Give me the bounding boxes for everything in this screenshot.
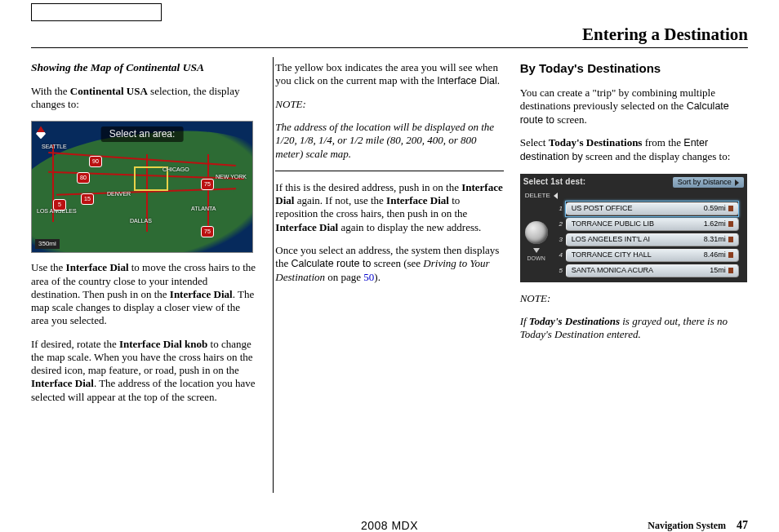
- dest-name: TORRANCE CITY HALL: [572, 250, 704, 259]
- footer-model: 2008 MDX: [361, 519, 418, 532]
- column-left: Showing the Map of Continental USA With …: [31, 61, 259, 414]
- ui-term: Interface Dial: [437, 75, 497, 86]
- dest-distance: 0.59mi: [704, 204, 726, 213]
- dest-name: LOS ANGELES INT'L AI: [572, 235, 704, 244]
- dest-name: US POST OFFICE: [572, 204, 704, 213]
- dest-distance: 8.31mi: [704, 235, 726, 244]
- header-empty-box: [31, 3, 162, 21]
- bold-term: Interface Dial: [386, 194, 449, 206]
- interstate-shield: 75: [201, 179, 214, 190]
- bold-term: Continental USA: [70, 85, 148, 97]
- bold-term: Interface Dial: [170, 288, 233, 300]
- city-label: CHICAGO: [162, 166, 189, 174]
- sort-label: Sort by Distance: [678, 178, 732, 187]
- destinations-figure: Select 1st dest: Sort by Distance DELETE…: [520, 174, 747, 282]
- bold-term: Interface Dial knob: [119, 338, 207, 350]
- delete-label: DELETE: [525, 192, 550, 200]
- text: on page: [325, 271, 363, 283]
- list-item[interactable]: 4 TORRANCE CITY HALL8.46mi: [556, 248, 739, 263]
- list-item[interactable]: 3 LOS ANGELES INT'L AI8.31mi: [556, 233, 739, 247]
- dest-distance: 15mi: [710, 266, 726, 275]
- column-center: The yellow box indicates the area you wi…: [275, 61, 503, 414]
- triangle-right-icon: [735, 180, 739, 186]
- text: If desired, rotate the: [31, 338, 119, 350]
- flag-icon: [728, 221, 733, 227]
- text: screen (see: [371, 257, 423, 269]
- highway-line: [207, 154, 209, 232]
- bold-term: Interface Dial: [66, 261, 129, 273]
- interstate-shield: 15: [81, 193, 94, 205]
- body-para: With the Continental USA selection, the …: [31, 85, 259, 112]
- flag-icon: [728, 252, 733, 258]
- list-title: Select 1st dest:: [523, 177, 673, 188]
- text: again. If not, use the: [294, 194, 386, 206]
- section-heading: By Today's Destinations: [520, 61, 748, 77]
- row-number: 3: [556, 236, 566, 244]
- header-rule: [31, 47, 748, 48]
- text: If this is the desired address, push in …: [275, 181, 461, 193]
- usa-map-figure: Select an area: SEATTLE LOS ANGELES DENV…: [31, 121, 253, 253]
- dest-distance: 1.62mi: [704, 219, 726, 228]
- text: With the: [31, 85, 70, 97]
- body-para: Select Today's Destinations from the Ent…: [520, 136, 748, 163]
- list-item[interactable]: 5 SANTA MONICA ACURA15mi: [556, 264, 739, 278]
- text: screen.: [554, 113, 587, 126]
- note-heading: NOTE:: [520, 292, 748, 305]
- row-number: 4: [556, 251, 566, 259]
- chapter-title: Entering a Destination: [582, 24, 748, 45]
- subsection-heading: Showing the Map of Continental USA: [31, 61, 259, 75]
- flag-icon: [728, 206, 733, 211]
- interstate-shield: 5: [53, 199, 66, 211]
- interstate-shield: 80: [77, 172, 90, 184]
- dest-name: SANTA MONICA ACURA: [572, 266, 710, 275]
- compass-icon: [36, 126, 46, 139]
- footer-section-label: Navigation System: [648, 520, 726, 531]
- bold-term: Interface Dial: [31, 377, 94, 389]
- down-label: DOWN: [525, 255, 548, 263]
- text: .: [497, 74, 500, 86]
- note-rule: [275, 171, 503, 171]
- text: Select: [520, 136, 549, 149]
- row-number: 5: [556, 267, 566, 275]
- text: If: [520, 315, 529, 327]
- city-label: DENVER: [107, 191, 131, 198]
- note-heading: NOTE:: [275, 98, 503, 111]
- page-link[interactable]: 50: [363, 271, 374, 283]
- body-para: Use the Interface Dial to move the cross…: [31, 261, 259, 327]
- dest-distance: 8.46mi: [704, 250, 726, 259]
- city-label: SEATTLE: [42, 144, 67, 151]
- note-body: The address of the location will be disp…: [275, 121, 503, 161]
- body-para: You can create a "trip" by combining mul…: [520, 86, 748, 127]
- city-label: ATLANTA: [191, 206, 216, 213]
- city-label: NEW YORK: [216, 174, 247, 181]
- flag-icon: [728, 237, 733, 242]
- row-number: 1: [556, 205, 566, 213]
- list-item[interactable]: 2 TORRANCE PUBLIC LIB1.62mi: [556, 217, 739, 232]
- bold-term: Today's Destinations: [529, 315, 620, 327]
- dest-name: TORRANCE PUBLIC LIB: [572, 219, 704, 228]
- triangle-down-icon: [533, 248, 540, 253]
- text: screen and the display changes to:: [583, 150, 731, 162]
- text: Use the: [31, 261, 66, 273]
- city-label: DALLAS: [130, 218, 152, 225]
- note-body: If Today's Destinations is grayed out, t…: [520, 315, 748, 342]
- bold-term: Today's Destinations: [549, 136, 643, 149]
- body-para: The yellow box indicates the area you wi…: [275, 61, 503, 88]
- triangle-left-icon: [554, 193, 558, 199]
- bold-term: Interface Dial: [275, 221, 338, 233]
- footer-right: Navigation System 47: [648, 519, 748, 532]
- column-right: By Today's Destinations You can create a…: [520, 61, 748, 414]
- list-item[interactable]: 1 US POST OFFICE0.59mi: [556, 202, 739, 216]
- text: again to display the new address.: [338, 221, 481, 233]
- sort-button[interactable]: Sort by Distance: [673, 177, 744, 188]
- map-banner-text: Select an area:: [101, 126, 184, 142]
- ui-term: Calculate route to: [291, 258, 371, 269]
- delete-button[interactable]: DELETE: [520, 192, 747, 200]
- flag-icon: [728, 268, 733, 273]
- text: ).: [374, 271, 381, 283]
- dial-knob-icon: [525, 221, 548, 244]
- body-para: Once you select an address, the system t…: [275, 244, 503, 284]
- map-scale-label: 350mi: [35, 239, 60, 249]
- body-para: If this is the desired address, push in …: [275, 181, 503, 234]
- page-number: 47: [737, 519, 748, 531]
